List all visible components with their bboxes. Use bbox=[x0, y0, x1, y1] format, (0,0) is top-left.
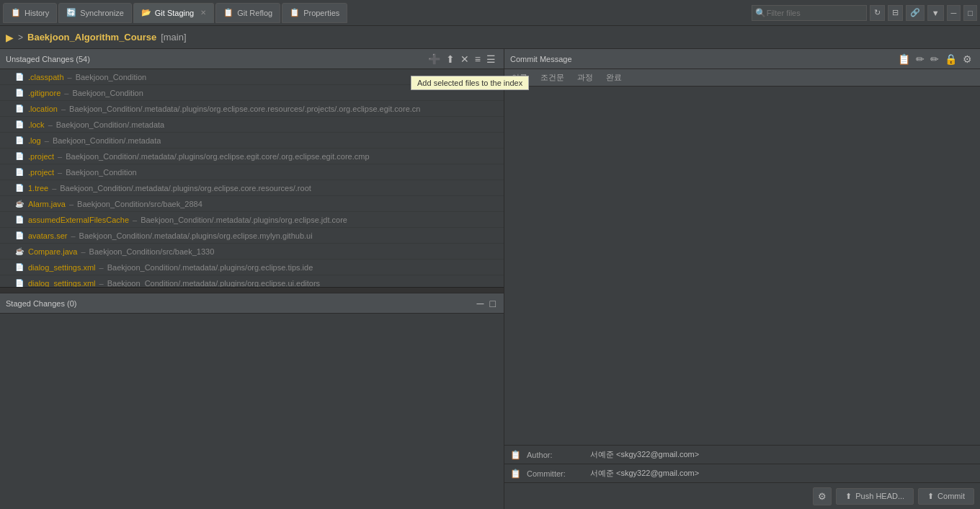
add-selected-button[interactable]: ➕ bbox=[426, 53, 442, 66]
properties-icon: 📋 bbox=[290, 8, 300, 17]
file-item[interactable]: 📄 .project – Baekjoon_Condition bbox=[0, 164, 504, 180]
tree-view-button[interactable]: ☰ bbox=[484, 53, 498, 66]
tab-bar-right: 🔍 ↻ ⊟ 🔗 ▼ ─ □ bbox=[752, 5, 977, 21]
file-item[interactable]: ☕ Compare.java – Baekjoon_Condition/src/… bbox=[0, 244, 504, 260]
file-item[interactable]: 📄 assumedExternalFilesCache – Baekjoon_C… bbox=[0, 212, 504, 228]
refresh-button[interactable]: ↻ bbox=[870, 5, 885, 21]
korean-tab-1[interactable]: 이름 bbox=[509, 71, 530, 84]
staged-toolbar: ─ □ bbox=[475, 297, 498, 310]
unstaged-scrollbar[interactable] bbox=[0, 287, 504, 293]
tab-close-icon[interactable]: ✕ bbox=[200, 9, 206, 17]
project-icon: ▶ bbox=[6, 32, 14, 43]
unstaged-title: Unstaged Changes (54) bbox=[6, 55, 423, 63]
commit-icon: ⬆ bbox=[927, 492, 934, 501]
commit-button[interactable]: ⬆ Commit bbox=[918, 488, 974, 505]
file-item[interactable]: 📄 dialog_settings.xml – Baekjoon_Conditi… bbox=[0, 260, 504, 275]
link-button[interactable]: 🔗 bbox=[906, 5, 925, 21]
sync-icon: 🔄 bbox=[66, 8, 76, 17]
staged-title: Staged Changes (0) bbox=[6, 299, 472, 308]
korean-tab-3[interactable]: 과정 bbox=[574, 71, 596, 84]
file-item[interactable]: 📄 dialog_settings.xml – Baekjoon_Conditi… bbox=[0, 275, 504, 287]
file-item[interactable]: 📄 .project – Baekjoon_Condition/.metadat… bbox=[0, 149, 504, 164]
file-item[interactable]: 📄 .location – Baekjoon_Condition/.metada… bbox=[0, 101, 504, 117]
java-icon: ☕ bbox=[14, 247, 24, 257]
file-item[interactable]: 📄 .log – Baekjoon_Condition/.metadata bbox=[0, 133, 504, 149]
filter-input[interactable] bbox=[752, 5, 867, 21]
file-icon: 📄 bbox=[14, 104, 24, 114]
list-view-button[interactable]: ≡ bbox=[473, 53, 483, 66]
author-label: Author: bbox=[527, 451, 584, 459]
push-icon: ⬆ bbox=[845, 492, 852, 501]
file-item[interactable]: ☕ Alarm.java – Baekjoon_Condition/src/ba… bbox=[0, 196, 504, 212]
file-icon: 📄 bbox=[14, 278, 24, 288]
file-icon: 📄 bbox=[14, 72, 24, 82]
commit-toolbar-btn3[interactable]: ✏ bbox=[928, 53, 941, 66]
commit-toolbar-btn1[interactable]: 📋 bbox=[896, 53, 912, 66]
commit-message-textarea[interactable] bbox=[504, 87, 980, 445]
unstaged-toolbar: ➕ ⬆ ✕ ≡ ☰ bbox=[426, 53, 498, 66]
file-item[interactable]: 📄 .gitignore – Baekjoon_Condition bbox=[0, 85, 504, 101]
tab-synchronize[interactable]: 🔄 Synchronize bbox=[58, 3, 132, 23]
author-icon: 📋 bbox=[510, 450, 521, 460]
staged-expand-button[interactable]: □ bbox=[488, 297, 498, 310]
add-all-button[interactable]: ⬆ bbox=[444, 53, 457, 66]
korean-tabs: 이름 조건문 과정 완료 bbox=[504, 69, 980, 87]
unstaged-header: Unstaged Changes (54) ➕ ⬆ ✕ ≡ ☰ bbox=[0, 49, 504, 69]
project-branch: [main] bbox=[161, 32, 186, 43]
breadcrumb-separator: > bbox=[18, 32, 23, 43]
commit-message-title: Commit Message bbox=[510, 55, 893, 63]
committer-icon: 📋 bbox=[510, 469, 521, 479]
tab-git-staging[interactable]: 📂 Git Staging ✕ bbox=[133, 3, 214, 23]
file-item[interactable]: 📄 1.tree – Baekjoon_Condition/.metadata/… bbox=[0, 180, 504, 196]
staged-content bbox=[0, 314, 504, 509]
right-panel: Commit Message 📋 ✏ ✏ 🔒 ⚙ 이름 조건문 과정 완료 📋 … bbox=[504, 49, 980, 509]
file-icon: 📄 bbox=[14, 262, 24, 273]
commit-toolbar-btn2[interactable]: ✏ bbox=[914, 53, 927, 66]
author-value: 서예준 <skgy322@gmail.com> bbox=[590, 449, 699, 460]
korean-tab-2[interactable]: 조건문 bbox=[538, 71, 567, 84]
git-staging-icon: 📂 bbox=[141, 8, 151, 17]
file-item[interactable]: 📄 avatars.ser – Baekjoon_Condition/.meta… bbox=[0, 228, 504, 244]
commit-actions: ⚙ ⬆ Push HEAD... ⬆ Commit bbox=[504, 483, 980, 509]
minimize-button[interactable]: ─ bbox=[947, 5, 961, 21]
staged-header: Staged Changes (0) ─ □ bbox=[0, 293, 504, 314]
file-icon: 📄 bbox=[14, 183, 24, 193]
commit-toolbar-btn4[interactable]: 🔒 bbox=[943, 53, 959, 66]
committer-label: Committer: bbox=[527, 469, 584, 478]
commit-message-header: Commit Message 📋 ✏ ✏ 🔒 ⚙ bbox=[504, 49, 980, 69]
file-icon: 📄 bbox=[14, 151, 24, 161]
java-icon: ☕ bbox=[14, 199, 24, 209]
file-item[interactable]: 📄 .classpath – Baekjoon_Condition bbox=[0, 69, 504, 85]
korean-tab-4[interactable]: 완료 bbox=[603, 71, 625, 84]
file-icon: 📄 bbox=[14, 120, 24, 130]
remove-button[interactable]: ✕ bbox=[458, 53, 471, 66]
unstaged-file-list[interactable]: 📄 .classpath – Baekjoon_Condition 📄 .git… bbox=[0, 69, 504, 287]
collapse-button[interactable]: ⊟ bbox=[888, 5, 903, 21]
file-icon: 📄 bbox=[14, 231, 24, 241]
unstaged-section: Unstaged Changes (54) ➕ ⬆ ✕ ≡ ☰ Add sele… bbox=[0, 49, 504, 293]
push-head-button[interactable]: ⬆ Push HEAD... bbox=[836, 488, 914, 505]
tab-properties[interactable]: 📋 Properties bbox=[282, 3, 347, 23]
commit-toolbar: 📋 ✏ ✏ 🔒 ⚙ bbox=[896, 53, 974, 66]
main-layout: Unstaged Changes (54) ➕ ⬆ ✕ ≡ ☰ Add sele… bbox=[0, 49, 980, 509]
tab-history[interactable]: 📋 History bbox=[3, 3, 57, 23]
git-reflog-icon: 📋 bbox=[223, 8, 233, 17]
left-panel: Unstaged Changes (54) ➕ ⬆ ✕ ≡ ☰ Add sele… bbox=[0, 49, 504, 509]
tab-git-reflog[interactable]: 📋 Git Reflog bbox=[215, 3, 280, 23]
commit-toolbar-btn5[interactable]: ⚙ bbox=[961, 53, 974, 66]
history-icon: 📋 bbox=[11, 8, 21, 17]
file-item[interactable]: 📄 .lock – Baekjoon_Condition/.metadata bbox=[0, 117, 504, 133]
file-icon: 📄 bbox=[14, 167, 24, 177]
file-icon: 📄 bbox=[14, 88, 24, 98]
staged-minimize-button[interactable]: ─ bbox=[475, 297, 486, 310]
commit-footer: 📋 Author: 서예준 <skgy322@gmail.com> 📋 Comm… bbox=[504, 445, 980, 509]
file-icon: 📄 bbox=[14, 215, 24, 225]
committer-row: 📋 Committer: 서예준 <skgy322@gmail.com> bbox=[504, 464, 980, 483]
filter-search-icon: 🔍 bbox=[755, 8, 766, 18]
view-menu-button[interactable]: ▼ bbox=[927, 5, 944, 21]
maximize-button[interactable]: □ bbox=[963, 5, 977, 21]
staged-section: Staged Changes (0) ─ □ bbox=[0, 293, 504, 509]
file-icon: 📄 bbox=[14, 136, 24, 146]
project-bar: ▶ > Baekjoon_Algorithm_Course [main] bbox=[0, 26, 980, 49]
settings-button[interactable]: ⚙ bbox=[813, 487, 832, 505]
